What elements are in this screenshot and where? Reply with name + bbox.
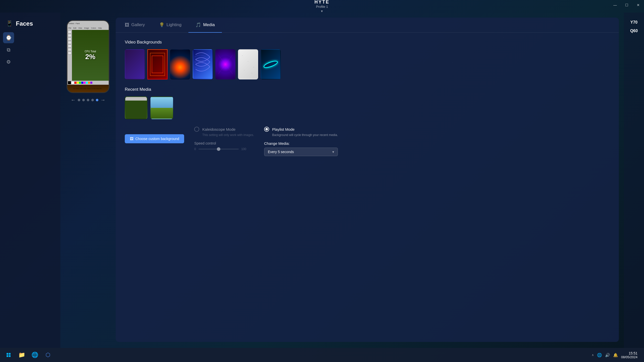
titlebar: HYTE Profile 1 ▾ — ☐ ✕ <box>0 0 644 13</box>
change-media-dropdown[interactable]: Every 5 seconds ▾ <box>264 148 338 156</box>
clock-date: 08/05/2024 <box>621 355 637 359</box>
lighting-icon: 💡 <box>159 22 165 28</box>
kaleidoscope-title: Kaleidoscope Mode <box>202 127 235 131</box>
dropdown-arrow-icon: ▾ <box>332 150 334 154</box>
kaleidoscope-radio[interactable] <box>194 127 199 132</box>
tab-lighting[interactable]: 💡 Lighting <box>152 18 189 33</box>
phone-screen-body: CPU Total 2% <box>67 30 109 81</box>
color-palette <box>67 81 109 85</box>
playlist-desc: Background will cycle through your recen… <box>272 133 338 137</box>
sidebar-item-layers[interactable]: ⧉ <box>3 44 14 55</box>
video-thumb-7[interactable] <box>261 49 281 79</box>
layers-icon: ⧉ <box>7 47 10 53</box>
tabs: 🖼 Gallery 💡 Lighting 🎵 Media <box>116 18 619 33</box>
dot-5[interactable] <box>96 99 98 101</box>
taskbar-explorer[interactable]: 📁 <box>16 350 28 360</box>
start-button[interactable] <box>3 350 15 360</box>
tab-lighting-label: Lighting <box>167 22 182 27</box>
sidebar-title: Faces <box>16 20 33 27</box>
media-thumb-2[interactable] <box>150 97 173 119</box>
sidebar-item-watch[interactable]: ⌚ <box>3 32 14 43</box>
media-thumb-1[interactable] <box>125 97 147 119</box>
profile-chevron[interactable]: ▾ <box>321 9 323 13</box>
sidebar-item-settings[interactable]: ⚙ <box>3 56 14 67</box>
video-thumb-5[interactable] <box>215 49 235 79</box>
close-button[interactable]: ✕ <box>632 0 644 10</box>
video-backgrounds-grid <box>125 49 610 79</box>
app-logo: HYTE <box>314 0 330 5</box>
playlist-mode-row: Playlist Mode <box>264 127 338 132</box>
dot-2[interactable] <box>82 99 85 101</box>
tab-media-label: Media <box>203 22 215 27</box>
custom-bg-button[interactable]: 🖼 Choose custom background <box>125 134 184 143</box>
taskbar-clock[interactable]: 15:51 08/05/2024 <box>621 351 637 359</box>
device-q60[interactable]: Q60 <box>630 29 638 33</box>
kaleidoscope-section: Kaleidoscope Mode This setting will only… <box>194 127 254 151</box>
taskbar-hyte[interactable]: ⬡ <box>42 350 54 360</box>
video-thumb-1[interactable] <box>125 49 145 79</box>
next-arrow[interactable]: → <box>100 97 105 103</box>
video-thumb-3[interactable] <box>170 49 190 79</box>
dot-1[interactable] <box>78 99 80 101</box>
cpu-value: 2% <box>85 53 96 61</box>
media-icon: 🎵 <box>195 22 201 28</box>
custom-bg-label: Choose custom background <box>135 137 179 141</box>
tab-gallery[interactable]: 🖼 Gallery <box>118 18 152 33</box>
taskbar-edge[interactable]: 🌐 <box>29 350 41 360</box>
phone-status-bar: For Help, click Help Topics on the Help … <box>67 85 109 92</box>
settings-icon: ⚙ <box>6 59 11 65</box>
cpu-overlay: CPU Total 2% <box>85 50 96 61</box>
windows-icon <box>7 353 11 357</box>
minimize-button[interactable]: — <box>609 0 621 10</box>
network-icon[interactable]: 🌐 <box>597 353 602 357</box>
speed-slider-input[interactable] <box>198 149 239 150</box>
maximize-button[interactable]: ☐ <box>621 0 632 10</box>
video-thumb-4[interactable] <box>193 49 213 79</box>
device-y70[interactable]: Y70 <box>630 20 637 25</box>
prev-arrow[interactable]: ← <box>71 97 76 103</box>
playlist-radio[interactable] <box>264 127 269 132</box>
video-thumb-6[interactable] <box>238 49 258 79</box>
volume-icon[interactable]: 🔊 <box>605 353 610 357</box>
edge-icon: 🌐 <box>31 352 38 358</box>
paint-menubar: File Edit View Image Colors Help <box>67 26 109 30</box>
dot-3[interactable] <box>87 99 89 101</box>
phone-screen-bar: untitled - Paint <box>67 21 109 26</box>
speed-min: 0 <box>194 147 196 151</box>
paint-statusbar: For Help, click Help Topics on the Help … <box>73 88 103 89</box>
sidebar-nav: ⌚ ⧉ ⚙ <box>0 32 60 67</box>
paint-canvas: CPU Total 2% <box>72 30 109 81</box>
dot-4[interactable] <box>91 99 94 101</box>
speed-control: Speed control 0 100 <box>194 141 254 151</box>
change-media-label: Change Media: <box>264 141 338 146</box>
paint-toolbar <box>67 30 72 81</box>
video-thumb-2[interactable] <box>147 49 168 79</box>
kaleidoscope-desc: This setting will only work with images. <box>202 133 254 137</box>
sidebar-header: 📱 Faces <box>0 18 60 32</box>
custom-bg-section: 🖼 Choose custom background <box>125 127 184 143</box>
phone-nav-dots: ← → <box>60 97 116 103</box>
tab-media[interactable]: 🎵 Media <box>188 18 222 33</box>
speed-slider-container: 0 100 <box>194 147 254 151</box>
hyte-icon: ⬡ <box>46 352 50 358</box>
titlebar-controls: — ☐ ✕ <box>609 0 644 10</box>
change-media-value: Every 5 seconds <box>268 150 294 154</box>
systray-chevron[interactable]: ∧ <box>592 353 594 357</box>
explorer-icon: 📁 <box>18 352 25 358</box>
speed-max: 100 <box>241 147 246 151</box>
taskbar: 📁 🌐 ⬡ ∧ 🌐 🔊 🔔 15:51 08/05/2024 <box>0 348 644 362</box>
watch-icon: ⌚ <box>6 35 12 41</box>
sidebar: 📱 Faces ⌚ ⧉ ⚙ <box>0 13 60 348</box>
clock-time: 15:51 <box>621 351 637 355</box>
recent-media-title: Recent Media <box>125 87 610 92</box>
speed-label: Speed control <box>194 141 254 145</box>
recent-media-grid <box>125 97 610 119</box>
squiggle-svg <box>193 50 212 79</box>
right-sidebar: Y70 Q60 <box>624 13 644 348</box>
paint-title: untitled - Paint <box>68 23 80 24</box>
speaker-icon[interactable]: 🔔 <box>613 353 618 357</box>
kaleidoscope-mode-row: Kaleidoscope Mode <box>194 127 254 132</box>
change-media-section: Change Media: Every 5 seconds ▾ <box>264 141 338 156</box>
tab-gallery-label: Gallery <box>131 22 145 27</box>
phone-preview: untitled - Paint File Edit View Image Co… <box>60 20 116 103</box>
